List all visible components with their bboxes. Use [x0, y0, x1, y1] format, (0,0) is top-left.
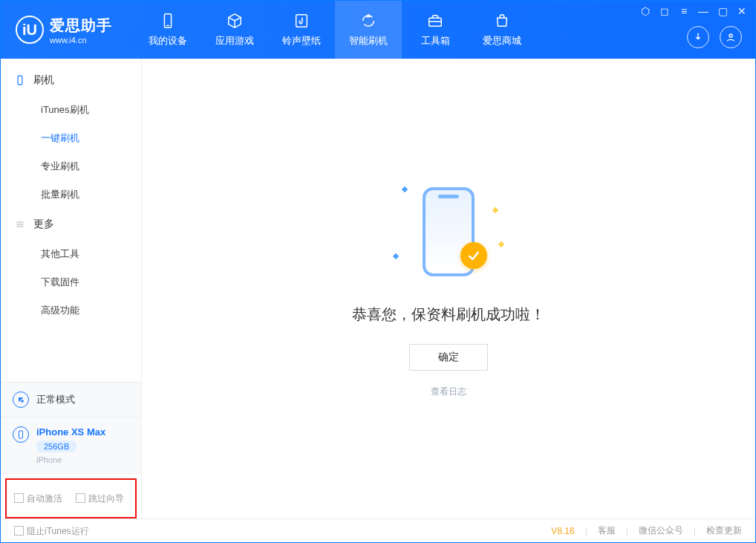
- sidebar-item-itunes-flash[interactable]: iTunes刷机: [1, 96, 141, 124]
- separator: |: [626, 526, 628, 536]
- mode-label: 正常模式: [36, 393, 75, 406]
- device-phone-icon: [13, 426, 29, 443]
- sidebar-item-batch-flash[interactable]: 批量刷机: [1, 181, 141, 209]
- checkbox-skip-wizard[interactable]: 跳过向导: [76, 492, 124, 505]
- logo-text: 爱思助手 www.i4.cn: [50, 16, 112, 45]
- svg-rect-3: [429, 18, 442, 26]
- footer-right: V8.16 | 客服 | 微信公众号 | 检查更新: [551, 524, 742, 537]
- nav-ringtone-wallpaper[interactable]: 铃声壁纸: [268, 1, 335, 59]
- logo-icon: iU: [16, 16, 44, 44]
- nav-store[interactable]: 爱思商城: [469, 1, 535, 59]
- sparkle-icon: [492, 207, 498, 212]
- main-content: 恭喜您，保资料刷机成功啦！ 确定 查看日志: [142, 59, 755, 518]
- window-controls: ⬡ ◻ ≡ ― ▢ ✕: [639, 5, 748, 17]
- nav-toolbox[interactable]: 工具箱: [402, 1, 469, 59]
- logo-block: iU 爱思助手 www.i4.cn: [16, 16, 112, 45]
- phone-outline-icon: [14, 74, 26, 86]
- menu-lines-icon: [14, 218, 26, 230]
- nav-label: 应用游戏: [215, 34, 254, 48]
- footer-link-support[interactable]: 客服: [598, 524, 616, 537]
- phone-icon: [159, 12, 177, 30]
- header-right-icons: [687, 26, 742, 48]
- sidebar-group-more: 更多: [1, 209, 141, 240]
- device-name: iPhone XS Max: [36, 426, 105, 438]
- success-illustration: [389, 180, 508, 284]
- sidebar-group-flash: 刷机: [1, 65, 141, 96]
- device-info: iPhone XS Max 256GB iPhone: [36, 426, 105, 464]
- view-log-link[interactable]: 查看日志: [431, 386, 466, 398]
- header: iU 爱思助手 www.i4.cn 我的设备 应用游戏: [1, 1, 755, 59]
- menu-icon[interactable]: ≡: [678, 5, 690, 17]
- nav-label: 我的设备: [149, 34, 187, 48]
- sidebar-item-advanced[interactable]: 高级功能: [1, 296, 141, 325]
- app-title: 爱思助手: [50, 16, 112, 36]
- group-title: 刷机: [33, 74, 54, 87]
- refresh-icon: [359, 12, 377, 30]
- checkbox-label: 跳过向导: [88, 493, 124, 504]
- checkbox-auto-activate[interactable]: 自动激活: [14, 492, 62, 505]
- checkbox-label: 自动激活: [27, 493, 62, 504]
- logo-letter: iU: [22, 22, 37, 39]
- checkbox-block-itunes[interactable]: 阻止iTunes运行: [14, 524, 89, 538]
- check-badge-icon: [460, 242, 487, 269]
- nav-smart-flash[interactable]: 智能刷机: [335, 1, 402, 59]
- top-nav: 我的设备 应用游戏 铃声壁纸 智能刷机: [134, 1, 535, 59]
- device-panel: 正常模式 iPhone XS Max 256GB iPhone 自动激活: [1, 382, 141, 518]
- nav-apps-games[interactable]: 应用游戏: [201, 1, 268, 59]
- music-icon: [293, 12, 310, 30]
- success-message: 恭喜您，保资料刷机成功啦！: [352, 305, 545, 325]
- footer-link-check-update[interactable]: 检查更新: [706, 524, 742, 537]
- minimize-button[interactable]: ―: [697, 5, 709, 17]
- app-window: iU 爱思助手 www.i4.cn 我的设备 应用游戏: [0, 0, 756, 543]
- sparkle-icon: [393, 253, 399, 259]
- sidebar-item-download-firmware[interactable]: 下载固件: [1, 268, 141, 296]
- svg-rect-11: [19, 431, 23, 438]
- svg-rect-2: [296, 15, 307, 27]
- svg-point-4: [729, 34, 732, 37]
- sparkle-icon: [498, 241, 504, 247]
- device-storage-badge: 256GB: [36, 440, 76, 452]
- mode-icon: [13, 391, 29, 408]
- confirm-button[interactable]: 确定: [409, 344, 488, 371]
- footer: 阻止iTunes运行 V8.16 | 客服 | 微信公众号 | 检查更新: [1, 518, 755, 542]
- sidebar-item-one-click-flash[interactable]: 一键刷机: [1, 124, 141, 152]
- device-subtype: iPhone: [36, 455, 105, 464]
- nav-my-device[interactable]: 我的设备: [134, 1, 201, 59]
- checkbox-icon: [76, 493, 85, 503]
- options-highlight-box: 自动激活 跳过向导: [5, 478, 137, 518]
- checkbox-icon: [14, 526, 24, 536]
- mode-row[interactable]: 正常模式: [1, 383, 141, 417]
- svg-point-10: [22, 400, 23, 402]
- cube-icon: [226, 12, 244, 30]
- checkbox-icon: [14, 493, 24, 503]
- body: 刷机 iTunes刷机 一键刷机 专业刷机 批量刷机 更多 其他工具 下载固件 …: [1, 59, 755, 518]
- version-label: V8.16: [551, 526, 574, 536]
- checkbox-label: 阻止iTunes运行: [27, 526, 89, 536]
- shirt-icon[interactable]: ⬡: [639, 5, 651, 17]
- sidebar-item-other-tools[interactable]: 其他工具: [1, 240, 141, 268]
- nav-label: 爱思商城: [483, 34, 521, 48]
- app-url: www.i4.cn: [50, 36, 112, 45]
- nav-label: 工具箱: [421, 34, 450, 48]
- device-row[interactable]: iPhone XS Max 256GB iPhone: [1, 417, 141, 474]
- close-button[interactable]: ✕: [736, 5, 748, 17]
- user-button[interactable]: [720, 26, 742, 48]
- toolbox-icon: [426, 12, 444, 30]
- sidebar: 刷机 iTunes刷机 一键刷机 专业刷机 批量刷机 更多 其他工具 下载固件 …: [1, 59, 142, 518]
- nav-label: 智能刷机: [349, 34, 388, 48]
- maximize-button[interactable]: ▢: [717, 5, 729, 17]
- feedback-icon[interactable]: ◻: [659, 5, 671, 17]
- sparkle-icon: [402, 186, 408, 192]
- download-button[interactable]: [687, 26, 709, 48]
- sidebar-item-pro-flash[interactable]: 专业刷机: [1, 152, 141, 181]
- separator: |: [694, 526, 696, 536]
- group-title: 更多: [33, 218, 54, 231]
- separator: |: [585, 526, 587, 536]
- sidebar-scroll: 刷机 iTunes刷机 一键刷机 专业刷机 批量刷机 更多 其他工具 下载固件 …: [1, 59, 141, 382]
- footer-link-wechat[interactable]: 微信公众号: [639, 524, 683, 537]
- svg-rect-5: [18, 76, 22, 85]
- bag-icon: [493, 12, 511, 30]
- nav-label: 铃声壁纸: [282, 34, 321, 48]
